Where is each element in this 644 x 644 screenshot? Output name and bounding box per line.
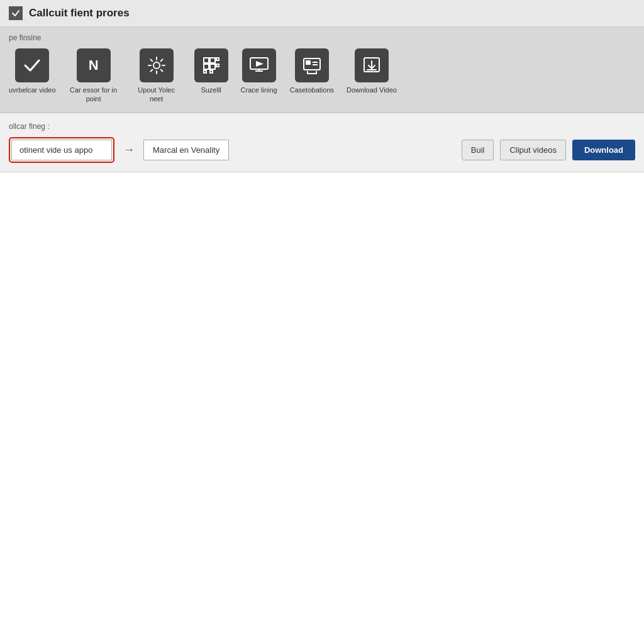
app-icon <box>9 6 23 20</box>
main-area <box>0 172 644 550</box>
svg-rect-7 <box>216 64 219 67</box>
cliput-button[interactable]: Cliput videos <box>500 140 565 160</box>
toolbar-item-1-label: uvrbelcar video <box>9 86 56 94</box>
svg-marker-13 <box>256 61 264 67</box>
arrow-connector: → <box>123 143 135 157</box>
toolbar-item-7[interactable]: Download Video <box>347 48 397 94</box>
toolbar-item-3-label: Upout Yolec neet <box>131 86 182 104</box>
toolbar-item-4[interactable]: Suzelll <box>194 48 228 94</box>
header: Callcuit fient prores <box>0 0 644 27</box>
page-title: Callcuit fient prores <box>29 7 130 19</box>
toolbar-item-2[interactable]: N Car essor for in point <box>69 48 119 104</box>
workflow-step2[interactable]: Marcal en Venality <box>143 140 229 160</box>
svg-point-1 <box>153 62 160 69</box>
content-section: ollcar fineg : otinent vide us appo → Ma… <box>0 113 644 172</box>
toolbar-item-7-label: Download Video <box>347 86 397 94</box>
app-container: Callcuit fient prores pe finsine uvrbelc… <box>0 0 644 644</box>
n-icon: N <box>77 48 111 82</box>
monitor-icon <box>242 48 276 82</box>
toolbar-item-6[interactable]: Casetobations <box>290 48 334 94</box>
svg-rect-4 <box>216 58 219 60</box>
toolbar-label: pe finsine <box>9 33 635 42</box>
download-button[interactable]: Download <box>572 140 635 160</box>
svg-rect-9 <box>210 70 213 73</box>
toolbar-item-6-label: Casetobations <box>290 86 334 94</box>
svg-rect-8 <box>204 70 206 73</box>
build-button[interactable]: Buil <box>462 140 494 160</box>
toolbar-item-5[interactable]: Crace lining <box>241 48 277 94</box>
gear-icon <box>140 48 174 82</box>
svg-rect-2 <box>204 58 209 63</box>
toolbar-item-4-label: Suzelll <box>201 86 221 94</box>
workflow-row: otinent vide us appo → Marcal en Venalit… <box>9 137 635 163</box>
content-label: ollcar fineg : <box>9 122 635 131</box>
toolbar-item-2-label: Car essor for in point <box>69 86 119 104</box>
svg-rect-6 <box>210 64 215 69</box>
svg-rect-3 <box>210 58 215 63</box>
workflow-step1[interactable]: otinent vide us appo <box>11 140 112 160</box>
svg-rect-5 <box>204 64 209 69</box>
download-video-icon <box>355 48 389 82</box>
svg-rect-15 <box>306 61 310 64</box>
toolbar-item-5-label: Crace lining <box>241 86 277 94</box>
toolbar-item-1[interactable]: uvrbelcar video <box>9 48 56 94</box>
grid-icon <box>194 48 228 82</box>
check-icon <box>15 48 49 82</box>
toolbar-section: pe finsine uvrbelcar video N Car essor f… <box>0 27 644 113</box>
casetobations-icon <box>295 48 329 82</box>
toolbar-item-3[interactable]: Upout Yolec neet <box>131 48 182 104</box>
toolbar-icons: uvrbelcar video N Car essor for in point… <box>9 48 635 104</box>
workflow-step1-highlight: otinent vide us appo <box>9 137 114 163</box>
